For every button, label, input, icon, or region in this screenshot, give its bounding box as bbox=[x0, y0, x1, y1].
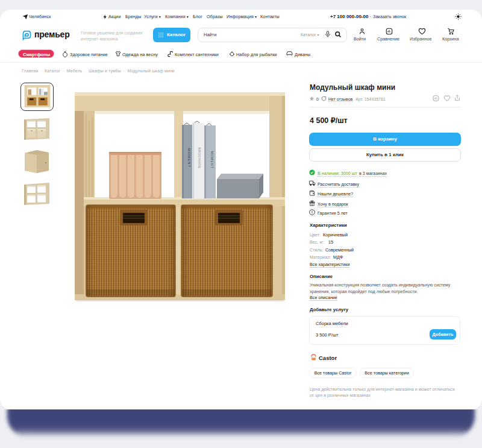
svg-text:MOMENT: MOMENT bbox=[187, 148, 191, 168]
svg-text:MOMENT: MOMENT bbox=[210, 151, 214, 168]
svg-text:BROCHURE: BROCHURE bbox=[198, 147, 201, 168]
